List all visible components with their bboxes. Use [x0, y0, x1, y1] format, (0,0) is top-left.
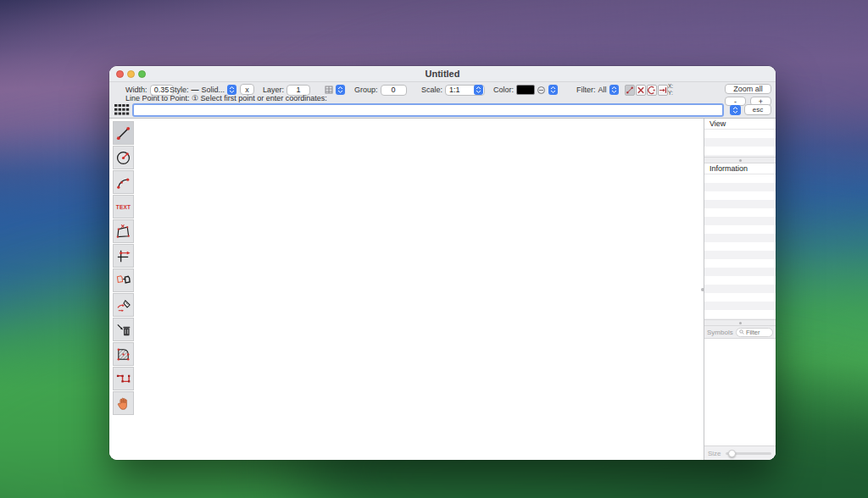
construction-line-tool-button[interactable]: [113, 244, 134, 268]
up-down-chevrons-icon: [229, 86, 235, 93]
pan-tool-button[interactable]: [113, 391, 134, 415]
information-section-header: Information: [704, 163, 776, 174]
x-filter-icon: [637, 86, 645, 95]
y-coordinate-label: Y:: [668, 90, 673, 97]
color-label: Color:: [493, 86, 514, 94]
minimize-button[interactable]: [127, 70, 135, 78]
search-icon: [739, 329, 744, 335]
pen-mode-stepper[interactable]: [548, 85, 558, 95]
filter-endpoint-toggle[interactable]: [658, 85, 668, 96]
style-value[interactable]: Solid...: [202, 86, 225, 94]
snap-filter-toggles: [625, 84, 668, 96]
window-title: Untitled: [109, 69, 776, 79]
zoom-all-button[interactable]: Zoom all: [725, 84, 771, 94]
up-down-chevrons-icon: [337, 86, 343, 93]
up-down-chevrons-icon: [732, 107, 738, 113]
layer-label: Layer:: [263, 86, 284, 94]
symbols-filter-input[interactable]: [746, 329, 770, 336]
color-well[interactable]: [516, 85, 535, 95]
command-options-stepper[interactable]: [730, 105, 741, 115]
minus-circle-icon[interactable]: [537, 86, 546, 95]
transform-tool-icon: [115, 297, 131, 313]
coordinate-readout: X: Y:: [668, 83, 673, 97]
filter-cross-toggle[interactable]: [636, 85, 646, 96]
group-label: Group:: [354, 86, 378, 94]
grid-icon: [114, 104, 130, 115]
circle-tool-button[interactable]: [113, 146, 134, 169]
delete-tool-button[interactable]: [113, 318, 134, 341]
escape-button[interactable]: esc: [744, 104, 771, 115]
scale-value: 1:1: [449, 86, 460, 94]
symbols-label: Symbols: [707, 329, 733, 336]
pen-mode-group: [537, 84, 558, 96]
width-label: Width:: [125, 86, 147, 94]
hand-pan-icon: [115, 396, 131, 412]
filter-arc-toggle[interactable]: [647, 85, 657, 96]
scale-dropdown[interactable]: 1:1: [445, 85, 485, 96]
scale-stepper[interactable]: [474, 85, 483, 95]
transform-tool-button[interactable]: [113, 293, 134, 317]
up-down-chevrons-icon: [476, 86, 481, 93]
construction-line-tool-icon: [115, 248, 131, 264]
grid-button[interactable]: [114, 102, 131, 116]
arc-filter-icon: [648, 86, 656, 95]
main-toolbar: Width: 0.35 Style: — Solid... x Layer: 1…: [109, 82, 776, 119]
command-input[interactable]: [132, 103, 724, 117]
x-coordinate-label: X:: [668, 83, 673, 90]
layer-list-icon[interactable]: [325, 86, 333, 94]
filter-value[interactable]: All: [598, 86, 607, 94]
app-window: Untitled Width: 0.35 Style: — Solid... x…: [109, 66, 776, 460]
group-group: Group: 0: [354, 84, 407, 96]
hatch-tool-icon: [115, 346, 131, 362]
hatch-tool-button[interactable]: [113, 342, 134, 366]
view-rows: [704, 130, 776, 157]
scale-group: Scale: 1:1: [421, 84, 485, 96]
up-down-chevrons-icon: [550, 86, 556, 93]
size-slider-knob[interactable]: [728, 450, 736, 457]
copy-tool-icon: [115, 273, 131, 289]
section-divider[interactable]: [704, 319, 776, 326]
filter-group: Filter: All: [576, 84, 619, 96]
up-down-chevrons-icon: [611, 86, 617, 93]
information-rows: [704, 174, 776, 319]
line-style-glyph: —: [192, 86, 199, 94]
symbols-list[interactable]: [704, 339, 776, 447]
tool-palette: TEXT: [113, 121, 134, 416]
layer-stepper[interactable]: [336, 85, 345, 95]
line-tool-icon: [115, 125, 131, 141]
command-prompt-text: Line Point to Point: ① Select first poin…: [125, 94, 327, 102]
symbols-bar: Symbols: [704, 326, 776, 339]
group-field[interactable]: 0: [381, 85, 407, 96]
polyline-tool-icon: [115, 371, 131, 387]
filter-label: Filter:: [576, 86, 596, 94]
drawing-canvas[interactable]: [109, 119, 704, 460]
text-tool-icon: TEXT: [116, 204, 131, 210]
polyline-tool-button[interactable]: [113, 367, 134, 390]
close-button[interactable]: [116, 70, 124, 78]
symbol-size-row: Size: [704, 445, 776, 460]
text-tool-button[interactable]: TEXT: [113, 195, 134, 219]
window-titlebar[interactable]: Untitled: [109, 66, 776, 82]
style-label: Style:: [170, 86, 189, 94]
polygon-tool-icon: [115, 224, 131, 240]
size-slider[interactable]: [726, 452, 771, 455]
circle-tool-icon: [115, 150, 131, 166]
line-tool-button[interactable]: [113, 121, 134, 145]
color-group: Color:: [493, 84, 535, 96]
section-divider[interactable]: [704, 157, 776, 163]
copy-tool-button[interactable]: [113, 268, 134, 292]
symbols-filter-field[interactable]: [736, 328, 773, 337]
filter-stepper[interactable]: [609, 85, 619, 95]
arrow-to-bar-icon: [659, 86, 667, 95]
view-section-header: View: [704, 119, 776, 130]
delete-tool-icon: [115, 322, 131, 338]
arc-tool-button[interactable]: [113, 170, 134, 194]
inspector-panel: View Information Symbols Size: [704, 119, 776, 460]
scale-label: Scale:: [421, 86, 442, 94]
arc-tool-icon: [115, 174, 131, 191]
polygon-tool-button[interactable]: [113, 219, 134, 243]
zoom-window-button[interactable]: [138, 70, 146, 78]
line-filter-icon: [626, 86, 634, 95]
size-label: Size: [708, 450, 721, 457]
filter-lines-toggle[interactable]: [625, 85, 635, 96]
